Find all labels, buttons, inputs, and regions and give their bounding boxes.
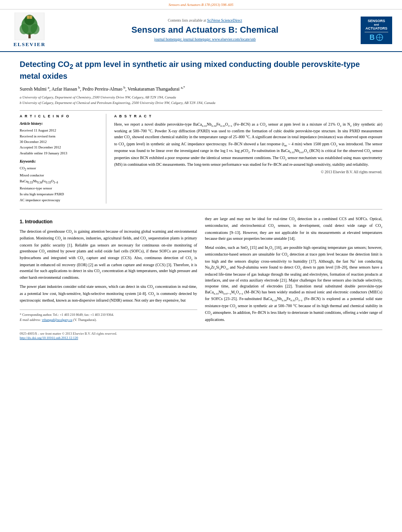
- doi-link: http://dx.doi.org/10.1016/j.snb.2012.12.…: [20, 336, 382, 341]
- history-title: Article history:: [20, 121, 100, 126]
- keyword-pxrd: In situ high temperature PXRD: [20, 191, 100, 197]
- email-label: E-mail address:: [20, 318, 42, 322]
- sensors-actuators-logo: SENSORS and ACTUATORS B: [359, 17, 394, 44]
- intro-para2: The power plant industries consider soli…: [20, 284, 197, 303]
- history-received: Received 11 August 2012: [20, 128, 100, 133]
- keywords-title: Keywords:: [20, 159, 100, 164]
- copyright-notice: © 2013 Elsevier B.V. All rights reserved…: [114, 170, 382, 175]
- keywords-section: Keywords: CO2 sensor Mixed conductor BaC…: [20, 159, 100, 204]
- article-title: Detecting CO2 at ppm level in synthetic …: [20, 59, 382, 82]
- svg-point-4: [31, 24, 39, 34]
- keyword-ac-impedance: AC impedance spectroscopy: [20, 197, 100, 203]
- doi-hyperlink[interactable]: http://dx.doi.org/10.1016/j.snb.2012.12.…: [20, 336, 78, 340]
- elsevier-tree-icon: [14, 13, 45, 40]
- journal-homepage: journal homepage: journal homepage: www.…: [59, 37, 351, 42]
- column-right: they are large and may not be ideal for …: [205, 216, 383, 326]
- history-available: Available online 19 January 2013: [20, 150, 100, 156]
- article-info-column: A R T I C L E I N F O Article history: R…: [20, 114, 106, 203]
- svg-point-3: [20, 24, 28, 34]
- section1-heading: 1. Introduction: [20, 218, 197, 225]
- abstract-section: A B S T R A C T Here, we report a novel …: [114, 114, 382, 203]
- issn-text: 0925-4005/$ – see front matter © 2013 El…: [20, 332, 382, 336]
- authors-line: Suresh Mulmi a, Azfar Hassan b, Pedro Pe…: [20, 85, 382, 93]
- footnote-email: E-mail address: vthangad@ucalgary.ca (V.…: [20, 317, 197, 323]
- footnote-corresponding: * Corresponding author. Tel.: +1 403 210…: [20, 312, 197, 317]
- journal-title-center: Contents lists available at SciVerse Sci…: [51, 18, 359, 42]
- column-left: 1. Introduction The detection of greenho…: [20, 216, 197, 326]
- history-accepted: Accepted 31 December 2012: [20, 145, 100, 150]
- intro-para1: The detection of greenhouse CO2 is gaini…: [20, 228, 197, 281]
- article-history: Article history: Received 11 August 2012…: [20, 121, 100, 156]
- journal-reference: Sensors and Actuators B 178 (2013) 598–6…: [0, 2, 402, 7]
- page: Sensors and Actuators B 178 (2013) 598–6…: [0, 0, 402, 532]
- affiliation-a: a University of Calgary, Department of C…: [20, 95, 382, 100]
- elsevier-logo: ELSEVIER: [8, 13, 51, 48]
- sensors-logo-line3: ACTUATORS: [365, 26, 387, 31]
- sensors-logo-box: SENSORS and ACTUATORS B: [361, 17, 392, 44]
- keyword-resistance-sensor: Resistance-type sensor: [20, 185, 100, 191]
- keyword-compound: BaCa0.33Nb0.34Fe0.33O3−δ: [20, 178, 100, 185]
- article-info-label: A R T I C L E I N F O: [20, 114, 100, 119]
- divider-1: [20, 110, 382, 111]
- homepage-link[interactable]: journal homepage: www.elsevier.com/locat…: [183, 37, 256, 41]
- article-body: Detecting CO2 at ppm level in synthetic …: [0, 52, 402, 348]
- header-content: ELSEVIER Contents lists available at Sci…: [0, 9, 402, 52]
- sensors-logo-line1: SENSORS: [365, 19, 387, 23]
- abstract-label: A B S T R A C T: [114, 114, 382, 119]
- info-abstract-section: A R T I C L E I N F O Article history: R…: [20, 114, 382, 203]
- intro-para4: Metal oxides, such as SnO2 [15] and In2O…: [205, 245, 383, 323]
- bottom-bar: 0925-4005/$ – see front matter © 2013 El…: [20, 330, 382, 341]
- journal-header: Sensors and Actuators B 178 (2013) 598–6…: [0, 0, 402, 9]
- affiliation-b: b University of Calgary, Department of C…: [20, 100, 382, 106]
- keyword-mixed-conductor: Mixed conductor: [20, 172, 100, 178]
- footnote-area: * Corresponding author. Tel.: +1 403 210…: [20, 310, 197, 323]
- main-content-columns: 1. Introduction The detection of greenho…: [20, 216, 382, 326]
- affiliations: a University of Calgary, Department of C…: [20, 95, 382, 106]
- elsevier-text: ELSEVIER: [13, 41, 46, 48]
- sciverse-hyperlink[interactable]: SciVerse ScienceDirect: [207, 19, 242, 22]
- history-revised: Received in revised form30 December 2012: [20, 133, 100, 145]
- sensors-logo-line2: and: [365, 23, 387, 26]
- intro-para3: they are large and may not be ideal for …: [205, 216, 383, 241]
- abstract-text: Here, we report a novel double perovskit…: [114, 121, 382, 168]
- journal-main-title: Sensors and Actuators B: Chemical: [59, 25, 351, 35]
- divider-2: [20, 209, 382, 209]
- keyword-co2-sensor: CO2 sensor: [20, 165, 100, 172]
- sciverse-link: Contents lists available at SciVerse Sci…: [59, 18, 351, 23]
- email-link[interactable]: vthangad@ucalgary.ca: [42, 318, 72, 322]
